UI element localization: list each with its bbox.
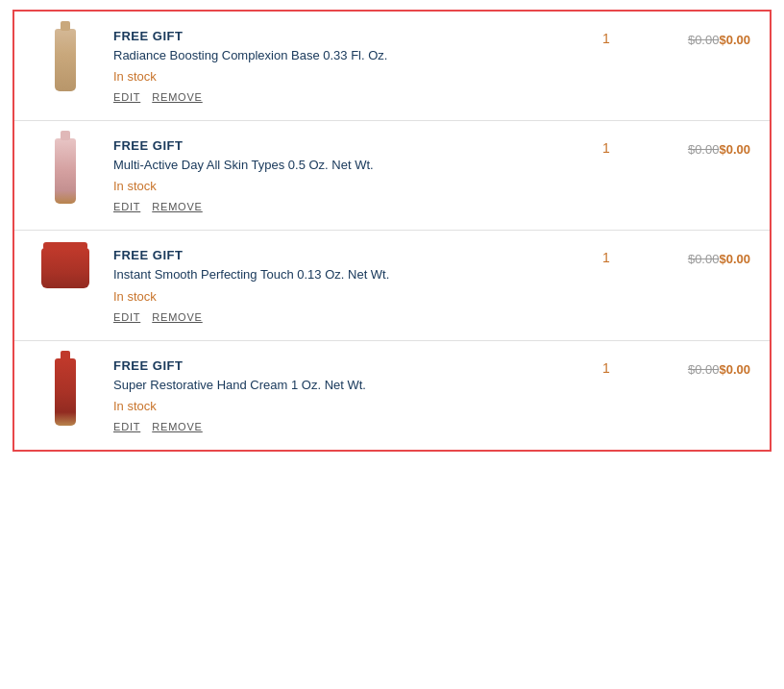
product-name: Instant Smooth Perfecting Touch 0.13 Oz.… xyxy=(113,266,577,283)
original-price: $0.00 xyxy=(688,33,720,47)
product-image-tube-pink xyxy=(55,138,76,204)
cart-item: FREE GIFT Radiance Boosting Complexion B… xyxy=(14,12,770,121)
edit-button[interactable]: EDIT xyxy=(113,201,140,212)
cart-container: FREE GIFT Radiance Boosting Complexion B… xyxy=(12,10,772,452)
item-actions: EDIT REMOVE xyxy=(113,201,577,212)
item-actions: EDIT REMOVE xyxy=(113,311,577,323)
remove-button[interactable]: REMOVE xyxy=(152,311,202,323)
remove-button[interactable]: REMOVE xyxy=(152,421,202,432)
remove-button[interactable]: REMOVE xyxy=(152,91,202,103)
price-column: $0.00$0.00 xyxy=(635,138,750,158)
cart-item: FREE GIFT Multi-Active Day All Skin Type… xyxy=(14,121,770,231)
product-details: FREE GIFT Super Restorative Hand Cream 1… xyxy=(113,358,577,432)
product-image-jar-red xyxy=(41,248,89,288)
cart-item: FREE GIFT Super Restorative Hand Cream 1… xyxy=(14,341,770,450)
remove-button[interactable]: REMOVE xyxy=(152,201,202,212)
quantity: 1 xyxy=(577,248,635,265)
price-column: $0.00$0.00 xyxy=(635,358,750,378)
product-details: FREE GIFT Instant Smooth Perfecting Touc… xyxy=(113,248,577,322)
current-price: $0.00 xyxy=(719,33,750,47)
edit-button[interactable]: EDIT xyxy=(113,311,140,323)
product-name: Multi-Active Day All Skin Types 0.5 Oz. … xyxy=(113,157,577,174)
quantity: 1 xyxy=(577,138,635,156)
product-image-wrapper xyxy=(34,138,96,204)
product-name: Super Restorative Hand Cream 1 Oz. Net W… xyxy=(113,377,577,394)
product-image-tube-red xyxy=(55,358,76,426)
current-price: $0.00 xyxy=(719,362,750,377)
item-actions: EDIT REMOVE xyxy=(113,421,577,432)
product-image-tube-beige xyxy=(55,29,76,91)
product-image-wrapper xyxy=(34,248,96,288)
stock-status: In stock xyxy=(113,179,577,193)
quantity: 1 xyxy=(577,358,635,376)
edit-button[interactable]: EDIT xyxy=(113,91,140,103)
product-details: FREE GIFT Radiance Boosting Complexion B… xyxy=(113,29,577,103)
price-column: $0.00$0.00 xyxy=(635,248,750,267)
free-gift-badge: FREE GIFT xyxy=(113,248,577,262)
item-actions: EDIT REMOVE xyxy=(113,91,577,103)
original-price: $0.00 xyxy=(688,362,720,377)
original-price: $0.00 xyxy=(688,142,720,157)
free-gift-badge: FREE GIFT xyxy=(113,138,577,153)
product-image-wrapper xyxy=(34,29,96,91)
free-gift-badge: FREE GIFT xyxy=(113,29,577,43)
quantity: 1 xyxy=(577,29,635,46)
product-image-wrapper xyxy=(34,358,96,426)
stock-status: In stock xyxy=(113,399,577,413)
stock-status: In stock xyxy=(113,289,577,304)
current-price: $0.00 xyxy=(719,252,750,266)
product-name: Radiance Boosting Complexion Base 0.33 F… xyxy=(113,47,577,64)
price-column: $0.00$0.00 xyxy=(635,29,750,48)
stock-status: In stock xyxy=(113,69,577,84)
free-gift-badge: FREE GIFT xyxy=(113,358,577,373)
current-price: $0.00 xyxy=(719,142,750,157)
original-price: $0.00 xyxy=(688,252,720,266)
product-details: FREE GIFT Multi-Active Day All Skin Type… xyxy=(113,138,577,212)
edit-button[interactable]: EDIT xyxy=(113,421,140,432)
cart-item: FREE GIFT Instant Smooth Perfecting Touc… xyxy=(14,231,770,340)
